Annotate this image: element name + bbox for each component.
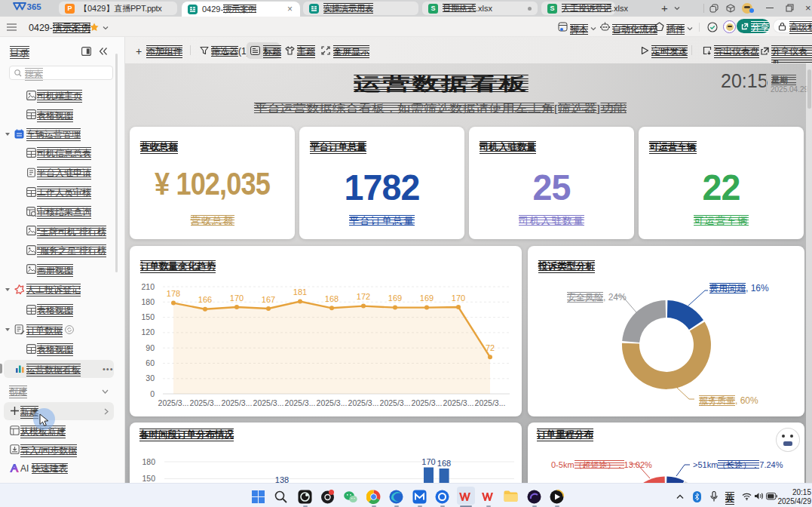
svg-text:180: 180 — [142, 457, 155, 466]
svg-text:167: 167 — [262, 295, 275, 304]
svg-text:170: 170 — [421, 457, 435, 466]
svg-text:2025/3...: 2025/3... — [317, 398, 348, 407]
svg-text:181: 181 — [293, 287, 307, 297]
svg-text:2025/3...: 2025/3... — [443, 398, 474, 407]
svg-text:72: 72 — [486, 343, 495, 352]
svg-text:170: 170 — [230, 293, 244, 303]
svg-text:169: 169 — [420, 293, 434, 303]
svg-text:2025/3...: 2025/3... — [158, 398, 189, 407]
svg-text:172: 172 — [357, 292, 370, 301]
svg-text:168: 168 — [437, 459, 451, 468]
svg-text:0: 0 — [150, 389, 155, 398]
svg-text:2025/3...: 2025/3... — [253, 398, 284, 407]
svg-text:90: 90 — [146, 343, 155, 352]
svg-text:170: 170 — [452, 293, 465, 303]
svg-text:2025/3...: 2025/3... — [190, 398, 221, 407]
svg-text:150: 150 — [141, 312, 155, 321]
svg-text:210: 210 — [141, 282, 155, 291]
svg-text:166: 166 — [198, 295, 212, 304]
svg-text:30: 30 — [146, 373, 155, 383]
svg-text:2025/3...: 2025/3... — [380, 398, 411, 407]
svg-text:60: 60 — [146, 358, 155, 367]
svg-text:2025/3...: 2025/3... — [222, 398, 253, 407]
svg-text:169: 169 — [388, 293, 402, 303]
svg-text:2025/3...: 2025/3... — [412, 398, 443, 407]
svg-text:2025/3...: 2025/3... — [348, 398, 379, 407]
svg-text:2025/3...: 2025/3... — [475, 398, 506, 407]
svg-text:120: 120 — [141, 327, 155, 336]
svg-text:365: 365 — [27, 2, 42, 11]
svg-text:178: 178 — [167, 289, 180, 298]
svg-text:150: 150 — [142, 474, 155, 483]
svg-text:168: 168 — [325, 294, 339, 303]
svg-text:2025/3...: 2025/3... — [285, 398, 316, 407]
svg-text:180: 180 — [141, 297, 155, 306]
